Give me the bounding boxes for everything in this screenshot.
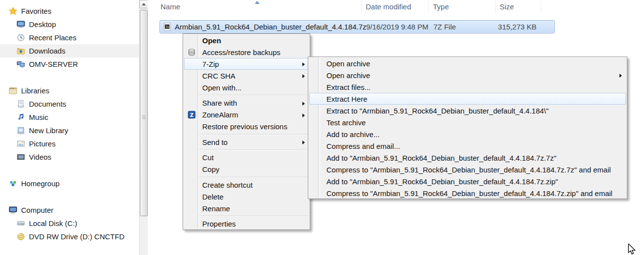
menu-item-share-with[interactable]: Share with <box>184 97 309 109</box>
videos-icon <box>17 153 25 161</box>
menu-item-label: Rename <box>198 204 230 213</box>
sidebar-item-libraries[interactable]: Libraries <box>0 84 139 97</box>
sidebar-item-desktop[interactable]: Desktop <box>0 18 139 31</box>
menu-item-crc-sha[interactable]: CRC SHA <box>184 70 309 82</box>
sidebar-item-label: Downloads <box>29 47 65 55</box>
sidebar-item-music[interactable]: Music <box>0 111 139 124</box>
submenu-arrow-icon <box>302 74 305 78</box>
menu-separator <box>183 148 310 152</box>
new-library-icon <box>17 126 25 135</box>
sidebar-item-local-disk-c[interactable]: Local Disk (C:) <box>0 217 139 230</box>
sidebar-item-computer[interactable]: Computer <box>0 203 139 217</box>
scrollbar-thumb[interactable] <box>140 10 148 216</box>
submenu-arrow-icon <box>619 74 622 78</box>
file-row-selected[interactable]: 7z Armbian_5.91_Rock64_Debian_buster_def… <box>160 20 555 33</box>
sort-ascending-icon[interactable] <box>255 1 260 4</box>
menu-item-compress-and-email[interactable]: Compress and email... <box>309 140 626 152</box>
sidebar-item-omv-server[interactable]: OMV-SERVER <box>0 57 139 71</box>
sidebar-item-new-library[interactable]: New Library <box>0 124 139 137</box>
sidebar-item-label: Homegroup <box>21 179 59 188</box>
documents-icon <box>17 100 25 108</box>
menu-item-label: Add to "Armbian_5.91_Rock64_Debian_buste… <box>321 177 558 186</box>
sidebar-item-downloads[interactable]: Downloads <box>0 44 139 57</box>
sidebar-item-documents[interactable]: Documents <box>0 97 139 111</box>
column-header-type[interactable]: Type <box>429 0 496 13</box>
menu-item-cut[interactable]: Cut <box>184 152 309 164</box>
menu-item-access-restore-backups[interactable]: Access/restore backups <box>184 46 309 58</box>
menu-item-open-archive[interactable]: Open archive <box>309 69 626 81</box>
menu-item-add-to-archive[interactable]: Add to archive... <box>309 128 626 140</box>
file-size: 315,273 KB <box>498 21 537 33</box>
menu-item-compress-to-armbian-5-91-rock64-debian-bus[interactable]: Compress to "Armbian_5.91_Rock64_Debian_… <box>309 187 626 199</box>
sidebar-item-dvd-rw-drive-d-cnctfd[interactable]: DVD RW Drive (D:) CNCTFD <box>0 230 139 243</box>
menu-item-copy[interactable]: Copy <box>184 164 309 175</box>
menu-item-label: Open with... <box>198 84 242 92</box>
menu-item-label: Cut <box>198 153 214 162</box>
file-name-cell: 7z Armbian_5.91_Rock64_Debian_buster_def… <box>163 21 366 33</box>
pictures-icon <box>17 140 25 148</box>
sidebar-item-label: Favorites <box>21 7 52 15</box>
menu-separator <box>183 93 310 97</box>
file-type: 7Z File <box>433 21 456 33</box>
scrollbar-up-button[interactable] <box>139 0 148 8</box>
menu-item-delete[interactable]: Delete <box>184 191 309 202</box>
menu-item-test-archive[interactable]: Test archive <box>309 116 626 128</box>
menu-item-add-to-armbian-5-91-rock64-debian-buster-d[interactable]: Add to "Armbian_5.91_Rock64_Debian_buste… <box>309 175 626 187</box>
zonealarm-icon: Z <box>185 111 198 119</box>
menu-item-create-shortcut[interactable]: Create shortcut <box>184 179 309 191</box>
dvd-drive-icon <box>17 232 25 241</box>
submenu-arrow-icon <box>302 62 305 66</box>
sidebar-item-videos[interactable]: Videos <box>0 150 139 164</box>
menu-item-label: Open archive <box>321 71 370 80</box>
svg-text:Z: Z <box>189 112 193 118</box>
sidebar-item-label: Libraries <box>21 86 50 95</box>
menu-separator <box>183 133 310 137</box>
menu-item-label: Extract to "Armbian_5.91_Rock64_Debian_b… <box>321 107 549 115</box>
sidebar-item-homegroup[interactable]: Homegroup <box>0 177 139 190</box>
sidebar-item-label: OMV-SERVER <box>29 60 78 68</box>
menu-item-label: CRC SHA <box>198 72 236 80</box>
submenu-arrow-icon <box>302 113 305 117</box>
menu-item-extract-here[interactable]: Extract Here <box>309 93 626 105</box>
sidebar-item-label: New Library <box>29 126 68 135</box>
menu-item-label: Extract files... <box>321 83 371 91</box>
menu-item-open-with[interactable]: Open with... <box>184 82 309 93</box>
7zip-submenu: Open archiveOpen archiveExtract files...… <box>308 57 627 199</box>
menu-item-rename[interactable]: Rename <box>184 202 309 214</box>
column-header-size[interactable]: Size <box>496 0 541 13</box>
svg-text:7z: 7z <box>165 25 169 28</box>
scroll-up-arrow-icon <box>142 3 146 5</box>
menu-item-open[interactable]: Open <box>184 34 309 46</box>
menu-item-extract-to-armbian-5-91-rock64-debian-bust[interactable]: Extract to "Armbian_5.91_Rock64_Debian_b… <box>309 105 626 116</box>
menu-item-send-to[interactable]: Send to <box>184 136 309 148</box>
menu-item-restore-previous-versions[interactable]: Restore previous versions <box>184 121 309 133</box>
sidebar-item-label: Recent Places <box>29 33 77 42</box>
file-date-modified: 9/16/2019 9:48 PM <box>366 21 429 33</box>
menu-item-label: ZoneAlarm <box>198 111 238 119</box>
menu-item-add-to-armbian-5-91-rock64-debian-buster-d[interactable]: Add to "Armbian_5.91_Rock64_Debian_buste… <box>309 152 626 164</box>
column-headers: Name Date modified Type Size <box>148 0 644 16</box>
column-header-label: Date modified <box>366 2 411 11</box>
file-name-label: Armbian_5.91_Rock64_Debian_buster_defaul… <box>175 23 366 31</box>
menu-item-properties[interactable]: Properties <box>184 218 309 230</box>
sidebar-item-label: Videos <box>29 153 52 161</box>
sidebar-item-pictures[interactable]: Pictures <box>0 137 139 150</box>
computer-icon <box>9 206 17 214</box>
column-header-date-modified[interactable]: Date modified <box>362 0 429 13</box>
sidebar-item-recent-places[interactable]: Recent Places <box>0 31 139 44</box>
menu-item-label: Restore previous versions <box>198 122 287 131</box>
menu-item-label: Create shortcut <box>198 181 253 189</box>
menu-item-label: Add to "Armbian_5.91_Rock64_Debian_buste… <box>321 154 556 162</box>
menu-item-label: Compress to "Armbian_5.91_Rock64_Debian_… <box>321 189 613 198</box>
sidebar-scrollbar[interactable] <box>139 0 148 255</box>
menu-item-compress-to-armbian-5-91-rock64-debian-bus[interactable]: Compress to "Armbian_5.91_Rock64_Debian_… <box>309 164 626 175</box>
menu-item-label: Access/restore backups <box>198 48 280 57</box>
menu-item-open-archive[interactable]: Open archive <box>309 57 626 69</box>
sidebar-item-favorites[interactable]: Favorites <box>0 4 139 18</box>
column-header-label: Name <box>161 2 180 11</box>
menu-item-zonealarm[interactable]: ZZoneAlarm <box>184 109 309 121</box>
7z-file-icon: 7z <box>163 23 171 31</box>
menu-item-7-zip[interactable]: 7-Zip <box>184 58 309 70</box>
submenu-arrow-icon <box>302 141 305 144</box>
menu-item-extract-files[interactable]: Extract files... <box>309 81 626 93</box>
